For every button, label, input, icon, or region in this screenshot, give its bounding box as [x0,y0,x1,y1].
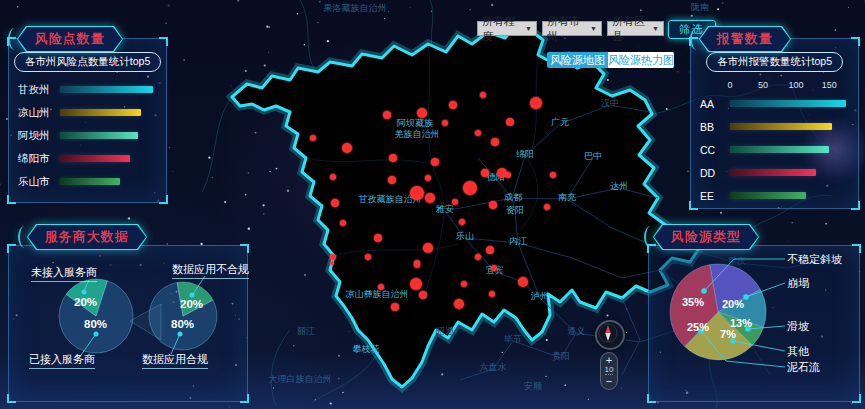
risk-point-marker[interactable] [330,174,336,180]
bar-track [730,100,849,107]
risk-point-marker[interactable] [463,181,477,195]
risk-point-marker[interactable] [442,120,448,126]
risk-point-marker[interactable] [449,101,457,109]
bar-track [730,192,849,199]
city-dropdown[interactable]: 所有市州 ▼ [542,21,602,36]
panel-corner [7,195,16,204]
compass-icon[interactable] [595,320,625,350]
risk-point-marker[interactable] [414,262,420,268]
map-mode-toggle-heatmap[interactable]: 风险源热力图 [608,52,674,68]
alarms-panel: 报警数量 各市州报警数量统计top5 050100150 AABBCCDDEE [690,38,859,209]
pie-percent-label: 80% [84,318,107,330]
risk-point-marker[interactable] [340,220,346,226]
panel-corner [159,37,168,46]
map-city-label: 安顺 [524,381,542,391]
risk-point-marker[interactable] [480,92,486,98]
severity-dropdown[interactable]: 所有程度 ▼ [477,21,537,36]
risk-point-marker[interactable] [378,284,384,290]
risk-types-panel: 风险源类型 35%20%13%7%25% 不稳定斜坡 崩塌 滑坡 其他 泥石流 [648,245,860,402]
map-city-label: 成都 [504,192,522,202]
bar-value[interactable] [60,155,130,162]
risk-point-marker[interactable] [310,135,316,141]
panel-title-badge: 风险点数量 [17,26,123,52]
svg-text:7%: 7% [720,328,736,340]
bar-value[interactable] [730,169,816,176]
risk-point-marker[interactable] [425,193,435,203]
risk-point-marker[interactable] [550,172,556,178]
map-city-label: 贵阳 [552,351,570,361]
risk-point-marker[interactable] [452,199,458,205]
top5-stats-button[interactable]: 各市州报警数量统计top5 [706,52,843,72]
bar-category-label: 乐山市 [18,175,60,189]
risk-point-marker[interactable] [459,219,465,225]
bar-track [730,123,849,130]
bar-value[interactable] [60,86,153,93]
bar-row: 甘孜州 [18,84,157,95]
risk-point-marker[interactable] [486,246,494,254]
panel-corner [851,201,860,210]
bar-value[interactable] [730,123,832,130]
bar-value[interactable] [60,109,141,116]
risk-point-marker[interactable] [461,281,467,287]
risk-point-marker[interactable] [410,186,424,200]
risk-point-marker[interactable] [481,169,489,177]
risk-point-marker[interactable] [518,277,528,287]
risk-point-marker[interactable] [410,278,422,290]
top5-stats-button[interactable]: 各市州风险点数量统计top5 [14,52,161,72]
map-city-label: 泸州 [530,291,549,301]
bar-value[interactable] [730,192,806,199]
map-mode-toggle-risk-map[interactable]: 风险源地图 [547,52,608,68]
legend-item: 泥石流 [787,360,820,375]
risk-point-marker[interactable] [505,172,511,178]
zoom-in-button[interactable]: + [606,356,612,365]
risk-point-marker[interactable] [342,143,352,153]
bar-value[interactable] [730,146,829,153]
legend-item: 崩塌 [787,276,809,291]
panel-title: 报警数量 [700,27,790,51]
risk-point-marker[interactable] [330,254,336,260]
bar-value[interactable] [60,178,120,185]
risk-point-marker[interactable] [491,265,497,271]
risk-point-marker[interactable] [454,299,464,309]
alarm-chart-axis: 050100150 [730,80,849,91]
risk-point-marker[interactable] [417,108,427,118]
risk-point-marker[interactable] [374,234,382,242]
risk-point-marker[interactable] [425,175,431,181]
city-dropdown-value: 所有市州 [547,14,590,44]
risk-point-marker[interactable] [331,199,339,207]
risk-point-marker[interactable] [489,201,497,209]
district-dropdown[interactable]: 所有区县 ▼ [607,21,664,36]
risk-point-marker[interactable] [491,138,499,146]
risk-point-marker[interactable] [475,254,481,260]
bar-row: 凉山州 [18,107,157,118]
risk-point-marker[interactable] [423,243,433,253]
map-city-label: 阿坝藏族 [397,118,433,128]
panel-title-badge: 报警数量 [699,26,791,52]
data-compliance-pie[interactable] [149,282,217,350]
risk-point-marker[interactable] [419,291,427,299]
risk-point-marker[interactable] [475,130,481,136]
pie-percent-label: 80% [171,318,194,330]
risk-point-marker[interactable] [383,111,391,119]
risk-types-pie[interactable] [670,264,766,360]
risk-point-marker[interactable] [330,261,334,265]
risk-point-marker[interactable] [431,158,439,166]
risk-point-marker[interactable] [388,176,396,184]
bar-track [60,109,157,116]
risk-points-bar-chart: 甘孜州凉山州阿坝州绵阳市乐山市 [9,84,166,187]
bar-value[interactable] [730,100,846,107]
risk-point-marker[interactable] [389,154,397,162]
risk-point-marker[interactable] [489,291,495,297]
risk-point-marker[interactable] [506,118,514,126]
bar-category-label: CC [700,144,730,156]
map-city-label: 汉中 [601,98,619,108]
risk-points-panel: 风险点数量 各市州风险点数量统计top5 甘孜州凉山州阿坝州绵阳市乐山市 [8,38,167,203]
risk-point-marker[interactable] [391,303,399,311]
risk-point-marker[interactable] [365,254,371,260]
provider-access-pie[interactable] [59,279,133,353]
bar-value[interactable] [60,132,138,139]
risk-point-marker[interactable] [530,97,542,109]
risk-point-marker[interactable] [544,204,550,210]
map-city-label: 绵阳 [516,149,534,159]
zoom-out-button[interactable]: − [606,377,612,386]
